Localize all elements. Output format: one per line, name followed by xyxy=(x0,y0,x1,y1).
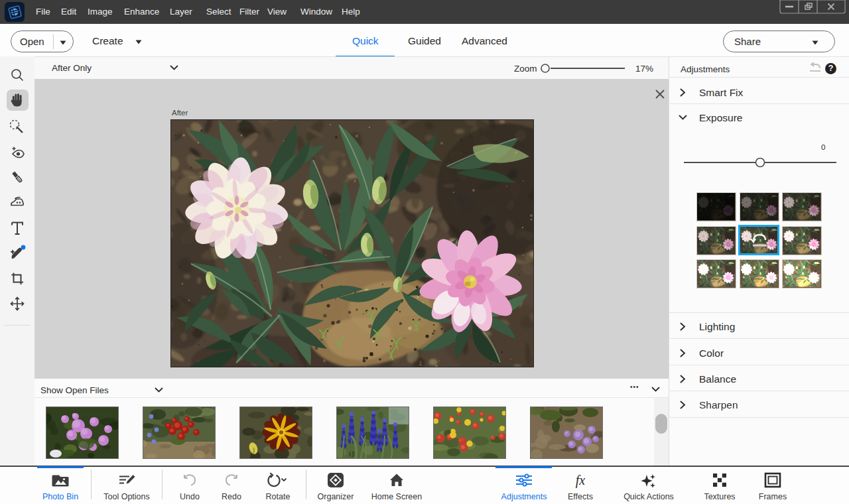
svg-text:fx: fx xyxy=(576,473,586,488)
